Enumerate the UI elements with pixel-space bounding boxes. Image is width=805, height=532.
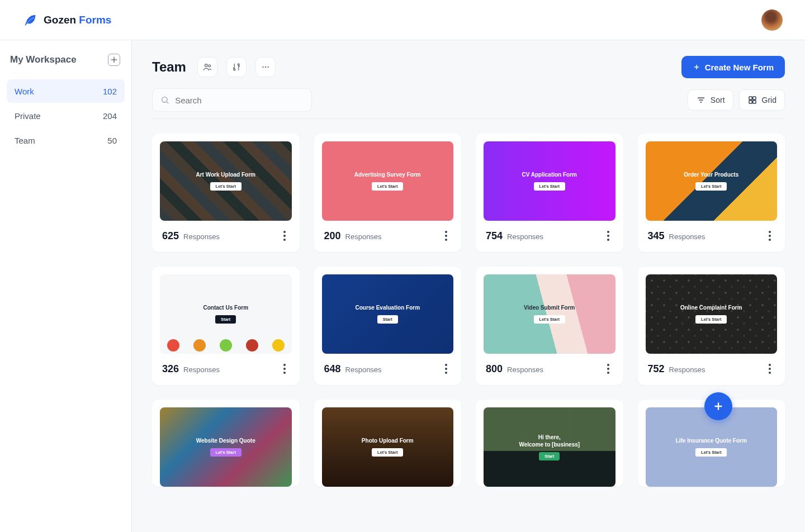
- svg-point-6: [267, 66, 268, 68]
- search-icon: [160, 95, 169, 105]
- form-card[interactable]: Contact Us Form Start 326Responses: [152, 267, 300, 385]
- svg-point-3: [238, 64, 239, 65]
- plus-icon: [712, 400, 724, 412]
- card-more-button[interactable]: [280, 363, 290, 375]
- form-thumbnail: Photo Upload Form Let's Start: [322, 407, 454, 487]
- sidebar-item-team[interactable]: Team 50: [7, 129, 125, 152]
- form-card[interactable]: Art Work Upload Form Let's Start 625Resp…: [152, 134, 300, 252]
- workspace-title: My Workspace: [10, 54, 77, 65]
- svg-rect-11: [752, 101, 755, 103]
- grid-view-button[interactable]: Grid: [739, 89, 785, 111]
- divider: [152, 118, 785, 119]
- svg-rect-8: [749, 97, 752, 99]
- dots-icon: [261, 62, 271, 72]
- forms-grid: Art Work Upload Form Let's Start 625Resp…: [152, 134, 785, 487]
- form-thumbnail: Contact Us Form Start: [160, 274, 292, 354]
- page-title: Team: [152, 59, 186, 75]
- form-card[interactable]: Website Design Quote Let's Start: [152, 400, 300, 487]
- sort-icon: [696, 95, 706, 105]
- create-form-button[interactable]: Create New Form: [681, 56, 785, 78]
- brand-name: Gozen Forms: [44, 14, 111, 26]
- form-card[interactable]: Advertising Survey Form Let's Start 200R…: [314, 134, 462, 252]
- card-more-button[interactable]: [603, 363, 613, 375]
- form-thumbnail: Art Work Upload Form Let's Start: [160, 141, 292, 221]
- sync-button[interactable]: [226, 57, 247, 77]
- svg-rect-10: [749, 101, 752, 103]
- svg-rect-9: [752, 97, 755, 99]
- sidebar: My Workspace Work 102 Private 204 Team 5…: [0, 40, 132, 532]
- form-card[interactable]: Video Submit Form Let's Start 800Respons…: [476, 267, 623, 385]
- form-thumbnail: Course Evaluation Form Start: [322, 274, 454, 354]
- add-workspace-button[interactable]: [108, 54, 120, 66]
- compare-icon: [231, 62, 242, 72]
- card-more-button[interactable]: [765, 363, 775, 375]
- svg-point-5: [265, 66, 266, 68]
- svg-point-4: [262, 66, 263, 68]
- form-card[interactable]: Course Evaluation Form Start 648Response…: [314, 267, 462, 385]
- form-thumbnail: Life Insurance Quote Form Let's Start: [646, 407, 778, 487]
- svg-point-1: [209, 65, 211, 67]
- svg-point-7: [162, 97, 167, 102]
- sort-button[interactable]: Sort: [688, 89, 733, 111]
- form-thumbnail: Order Your Products Let's Start: [646, 141, 778, 221]
- search-input[interactable]: [175, 96, 304, 105]
- form-card[interactable]: Online Complaint Form Let's Start 752Res…: [638, 267, 785, 385]
- sidebar-item-work[interactable]: Work 102: [7, 79, 125, 103]
- form-thumbnail: Online Complaint Form Let's Start: [646, 274, 778, 354]
- main-content: Team Create New Form: [132, 40, 805, 532]
- form-thumbnail: Advertising Survey Form Let's Start: [322, 141, 454, 221]
- form-thumbnail: Hi there, Welcome to [business] Start: [484, 407, 615, 487]
- feather-icon: [22, 12, 38, 28]
- card-more-button[interactable]: [765, 230, 775, 242]
- card-more-button[interactable]: [603, 230, 613, 242]
- users-icon: [202, 62, 212, 72]
- form-card[interactable]: Order Your Products Let's Start 345Respo…: [638, 134, 785, 252]
- team-members-button[interactable]: [197, 57, 217, 77]
- plus-icon: [693, 63, 700, 71]
- brand-logo[interactable]: Gozen Forms: [22, 12, 111, 28]
- svg-point-0: [205, 64, 207, 67]
- form-thumbnail: CV Application Form Let's Start: [484, 141, 615, 221]
- form-thumbnail: Website Design Quote Let's Start: [160, 407, 292, 487]
- grid-icon: [747, 95, 757, 105]
- svg-point-2: [234, 69, 235, 70]
- form-card[interactable]: CV Application Form Let's Start 754Respo…: [476, 134, 623, 252]
- plus-icon: [109, 55, 119, 65]
- card-more-button[interactable]: [441, 230, 451, 242]
- sidebar-item-private[interactable]: Private 204: [7, 104, 125, 127]
- floating-add-button[interactable]: [704, 392, 732, 420]
- form-card[interactable]: Hi there, Welcome to [business] Start: [476, 400, 623, 487]
- card-more-button[interactable]: [280, 230, 290, 242]
- topbar: Gozen Forms: [0, 0, 805, 40]
- card-more-button[interactable]: [441, 363, 451, 375]
- form-card[interactable]: Photo Upload Form Let's Start: [314, 400, 462, 487]
- search-box[interactable]: [152, 88, 312, 112]
- form-thumbnail: Video Submit Form Let's Start: [484, 274, 615, 354]
- more-options-button[interactable]: [255, 57, 276, 77]
- user-avatar[interactable]: [761, 10, 783, 31]
